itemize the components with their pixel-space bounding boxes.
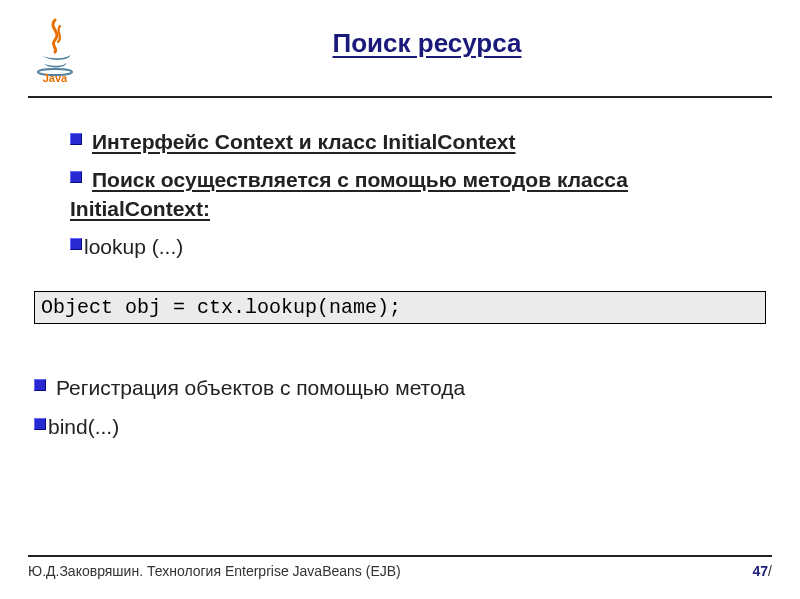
bullet-row-4: Регистрация объектов с помощью метода: [34, 374, 766, 402]
bullet-row-5: bind(...): [34, 413, 766, 441]
footer-divider: [28, 555, 772, 557]
content-outer: Object obj = ctx.lookup(name); Регистрац…: [28, 291, 772, 441]
slide: Java Поиск ресурса Интерфейс Context и к…: [0, 0, 800, 599]
title-wrap: Поиск ресурса: [82, 18, 772, 59]
bullet-text-3: lookup (...): [84, 233, 183, 261]
code-box: Object obj = ctx.lookup(name);: [34, 291, 766, 324]
footer-page: 47/: [753, 563, 772, 579]
bullet-row-1: Интерфейс Context и класс InitialContext: [70, 128, 766, 156]
bullet-text-4: Регистрация объектов с помощью метода: [56, 374, 465, 402]
bullet-row-3: lookup (...): [70, 233, 766, 261]
bullet-icon: [34, 379, 46, 391]
bullet-icon: [34, 418, 46, 430]
bullet-text-2b: InitialContext:: [70, 195, 766, 223]
bullet-text-2a: Поиск осуществляется с помощью методов к…: [92, 166, 628, 194]
header-divider: [28, 96, 772, 98]
java-logo: Java: [28, 18, 82, 88]
bullet-text-1: Интерфейс Context и класс InitialContext: [92, 128, 516, 156]
bullet-icon: [70, 133, 82, 145]
bullet-icon: [70, 171, 82, 183]
footer: Ю.Д.Заковряшин. Технология Enterprise Ja…: [28, 555, 772, 579]
footer-row: Ю.Д.Заковряшин. Технология Enterprise Ja…: [28, 563, 772, 579]
header: Java Поиск ресурса: [28, 18, 772, 88]
page-number: 47: [753, 563, 769, 579]
content-indented: Интерфейс Context и класс InitialContext…: [28, 128, 772, 261]
page-separator: /: [768, 563, 772, 579]
bullet-icon: [70, 238, 82, 250]
footer-author: Ю.Д.Заковряшин. Технология Enterprise Ja…: [28, 563, 401, 579]
logo-text: Java: [43, 72, 68, 84]
page-title: Поиск ресурса: [333, 28, 522, 59]
bullet-row-2: Поиск осуществляется с помощью методов к…: [70, 166, 766, 223]
bullet-text-5: bind(...): [48, 413, 119, 441]
